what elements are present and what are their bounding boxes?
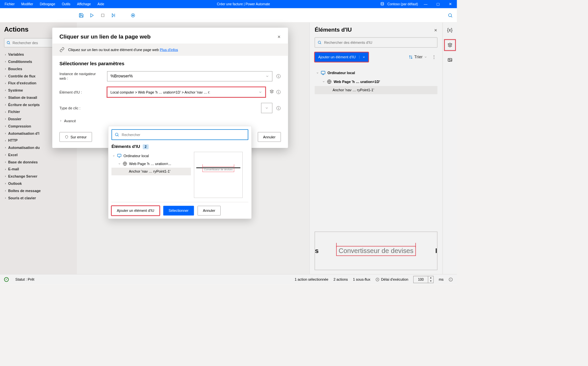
- environment-label[interactable]: Contoso (par défaut): [387, 2, 418, 6]
- menu-view[interactable]: Affichage: [75, 1, 93, 7]
- param-click-dropdown[interactable]: [261, 103, 272, 113]
- svg-point-6: [132, 14, 134, 16]
- popover-heading: Éléments d'IU: [111, 144, 140, 149]
- param-click-label: Type de clic :: [59, 106, 103, 110]
- environment-icon: [380, 2, 384, 7]
- menu-edit[interactable]: Modifier: [19, 1, 36, 7]
- popover-search-input[interactable]: [122, 132, 245, 136]
- monitor-icon: [117, 154, 121, 158]
- param-browser-dropdown[interactable]: %Browser%: [107, 71, 272, 81]
- svg-marker-1: [91, 14, 93, 17]
- popover-preview-text: Convertisseur de devises: [203, 168, 233, 172]
- save-icon[interactable]: [78, 13, 84, 18]
- title-bar: Fichier Modifier Débogage Outils Afficha…: [0, 0, 457, 8]
- chevron-down-icon: [259, 90, 262, 94]
- svg-marker-3: [112, 14, 114, 17]
- on-error-button[interactable]: Sur erreur: [59, 132, 92, 142]
- popover-count-badge: 2: [143, 144, 149, 149]
- param-browser-label: Instance de navigateur web :: [59, 71, 103, 81]
- svg-point-24: [115, 133, 118, 136]
- run-icon[interactable]: [89, 13, 95, 18]
- info-icon[interactable]: ⓘ: [276, 105, 281, 111]
- chevron-down-icon: [265, 74, 269, 78]
- tree-label: Web Page 'h … uration=...: [129, 162, 171, 166]
- minimize-button[interactable]: ―: [421, 2, 430, 6]
- more-info-link[interactable]: Plus d'infos: [160, 48, 178, 52]
- tree-node-webpage[interactable]: Web Page 'h … uration=...: [111, 160, 191, 168]
- modal-title: Cliquer sur un lien de la page web: [59, 33, 150, 40]
- toolbar: [0, 8, 457, 23]
- popover-add-ui-button[interactable]: Ajouter un élément d'IU: [111, 206, 160, 216]
- modal-cancel-button[interactable]: Annuler: [258, 132, 281, 142]
- menu-help[interactable]: Aide: [95, 1, 107, 7]
- popover-search[interactable]: [111, 129, 248, 140]
- advanced-toggle[interactable]: Avancé: [59, 119, 281, 123]
- menu-file[interactable]: Fichier: [2, 1, 17, 7]
- link-icon: [59, 47, 65, 52]
- info-icon[interactable]: ⓘ: [276, 89, 281, 95]
- modal-close-button[interactable]: ✕: [277, 34, 281, 39]
- svg-rect-26: [117, 154, 121, 157]
- shield-icon: [65, 135, 69, 139]
- svg-point-0: [381, 2, 384, 3]
- param-ui-value: Local computer > Web Page 'h … uration=1…: [110, 90, 210, 94]
- param-browser-value: %Browser%: [110, 74, 133, 79]
- popover-select-button[interactable]: Sélectionner: [163, 206, 194, 216]
- advanced-label: Avancé: [64, 119, 76, 123]
- maximize-button[interactable]: ▢: [433, 2, 443, 6]
- globe-icon: [123, 161, 127, 166]
- modal-description-banner: Cliquez sur un lien ou tout autre élémen…: [52, 43, 288, 56]
- svg-point-7: [449, 14, 451, 16]
- popover-tree: Ordinateur local Web Page 'h … uration=.…: [111, 152, 191, 198]
- tree-label: Ordinateur local: [124, 154, 149, 158]
- on-error-label: Sur erreur: [71, 135, 87, 139]
- modal-section-label: Sélectionner les paramètres: [59, 61, 281, 67]
- svg-rect-2: [101, 14, 104, 16]
- chevron-down-icon: [265, 106, 268, 110]
- tree-node-anchor[interactable]: Anchor 'nav … ryPoint1-1': [111, 168, 191, 175]
- main-menu: Fichier Modifier Débogage Outils Afficha…: [2, 1, 107, 7]
- record-icon[interactable]: [131, 13, 135, 17]
- svg-line-8: [451, 16, 452, 17]
- close-window-button[interactable]: ✕: [446, 2, 455, 6]
- step-icon[interactable]: [111, 13, 116, 18]
- stop-icon[interactable]: [100, 13, 106, 18]
- popover-cancel-button[interactable]: Annuler: [198, 206, 221, 216]
- menu-debug[interactable]: Débogage: [37, 1, 58, 7]
- popover-preview: Convertisseur de devises: [194, 152, 243, 198]
- ui-elements-icon[interactable]: [269, 89, 274, 95]
- ui-element-picker-popover: Éléments d'IU 2 Ordinateur local Web Pag…: [108, 126, 252, 219]
- chevron-down-icon: [112, 155, 115, 157]
- param-ui-label: Élément d'IU :: [59, 90, 103, 95]
- tree-node-computer[interactable]: Ordinateur local: [111, 152, 191, 160]
- window-title: Créer une facture | Power Automate: [107, 2, 380, 6]
- svg-line-25: [118, 135, 119, 136]
- info-icon[interactable]: ⓘ: [276, 73, 281, 79]
- chevron-right-icon: [59, 120, 62, 122]
- menu-tools[interactable]: Outils: [59, 1, 73, 7]
- param-ui-element-dropdown[interactable]: Local computer > Web Page 'h … uration=1…: [107, 87, 265, 97]
- banner-text: Cliquez sur un lien ou tout autre élémen…: [68, 48, 159, 52]
- tree-label: Anchor 'nav … ryPoint1-1': [129, 169, 170, 173]
- toolbar-search-icon[interactable]: [448, 13, 453, 18]
- chevron-down-icon: [118, 162, 121, 165]
- search-icon: [114, 132, 119, 137]
